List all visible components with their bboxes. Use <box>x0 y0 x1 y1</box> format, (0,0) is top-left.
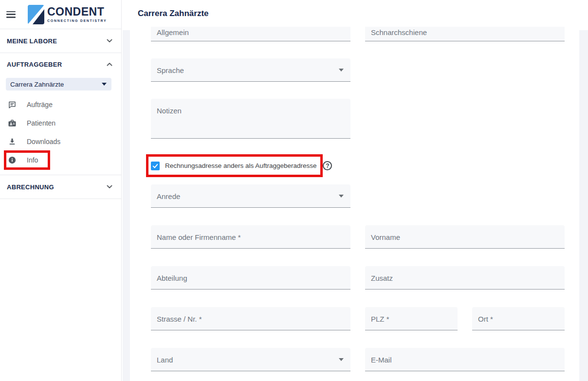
field-label: Name oder Firmenname * <box>157 234 241 241</box>
sidebar-item-patienten[interactable]: Patienten <box>0 114 121 132</box>
sidebar-item-info[interactable]: Info <box>0 151 121 169</box>
sidebar-scrollbar-track[interactable] <box>123 30 130 381</box>
sidebar-item-label: Patienten <box>27 119 55 127</box>
section-label: MEINE LABORE <box>7 37 57 45</box>
condent-logo-wordmark: CONDENT CONNECTING DENTISTRY <box>47 6 107 22</box>
hamburger-menu-icon[interactable] <box>6 11 16 18</box>
vorname-field[interactable]: Vorname <box>365 225 565 249</box>
anrede-select[interactable]: Anrede <box>151 184 350 208</box>
caret-down-icon <box>339 195 344 198</box>
field-label: Sprache <box>157 67 184 74</box>
field-label: Land <box>157 356 173 363</box>
strasse-field[interactable]: Strasse / Nr. * <box>151 307 350 330</box>
checkmark-icon <box>152 163 159 169</box>
caret-down-icon <box>102 83 107 86</box>
field-label: Zusatz <box>371 274 393 282</box>
sidebar-section-meine-labore[interactable]: MEINE LABORE <box>0 29 121 53</box>
help-icon[interactable]: ? <box>323 161 332 170</box>
field-label: Abteilung <box>157 274 187 282</box>
caret-down-icon <box>339 69 344 72</box>
field-label: Anrede <box>157 193 180 200</box>
field-label: Strasse / Nr. * <box>157 315 202 323</box>
sidebar-section-auftraggeber[interactable]: AUFTRAGGEBER <box>0 53 121 75</box>
sidebar-item-auftraege[interactable]: Aufträge <box>0 95 121 114</box>
sidebar-item-downloads[interactable]: Downloads <box>0 132 121 151</box>
section-label: AUFTRAGGEBER <box>7 61 62 68</box>
abteilung-field[interactable]: Abteilung <box>151 266 350 290</box>
land-select[interactable]: Land <box>151 348 350 371</box>
allgemein-field[interactable]: Allgemein <box>151 27 350 41</box>
info-icon <box>8 156 17 164</box>
field-label: Ort * <box>478 315 493 323</box>
sidebar-logo-row: CONDENT CONNECTING DENTISTRY <box>0 0 121 29</box>
schnarchschiene-field[interactable]: Schnarchschiene <box>365 27 565 41</box>
chevron-down-icon <box>107 39 112 43</box>
download-icon <box>8 137 17 146</box>
sidebar: CONDENT CONNECTING DENTISTRY MEINE LABOR… <box>0 0 122 381</box>
sidebar-item-label: Downloads <box>27 138 60 145</box>
zusatz-field[interactable]: Zusatz <box>365 266 565 290</box>
condent-logo-icon <box>28 5 44 24</box>
chevron-down-icon <box>107 185 112 189</box>
field-label: PLZ * <box>371 315 389 323</box>
patients-icon <box>8 119 17 127</box>
field-label: Schnarchschiene <box>371 29 427 36</box>
plz-field[interactable]: PLZ * <box>365 307 458 330</box>
sidebar-item-label: Aufträge <box>27 101 53 109</box>
billing-address-checkbox-row: Rechnungsadresse anders als Auftraggeber… <box>151 161 332 170</box>
name-field[interactable]: Name oder Firmenname * <box>151 225 350 249</box>
page-header: Carrera Zahnärzte <box>122 0 588 27</box>
field-label: Vorname <box>371 234 400 241</box>
brand-tagline: CONNECTING DENTISTRY <box>47 19 107 22</box>
sidebar-section-abrechnung[interactable]: ABRECHNUNG <box>0 175 121 199</box>
sprache-select[interactable]: Sprache <box>151 58 350 82</box>
orders-icon <box>8 100 17 109</box>
billing-address-checkbox[interactable] <box>151 162 160 170</box>
brand-name: CONDENT <box>47 6 107 18</box>
field-label: Allgemein <box>157 29 189 36</box>
field-label: Notizen <box>157 107 182 114</box>
content-scrollbar-track[interactable] <box>579 30 588 381</box>
sidebar-item-label: Info <box>27 156 38 164</box>
caret-down-icon <box>339 358 344 361</box>
ort-field[interactable]: Ort * <box>472 307 565 330</box>
client-select[interactable]: Carrera Zahnärzte <box>6 78 111 91</box>
page-title: Carrera Zahnärzte <box>138 9 209 18</box>
field-label: E-Mail <box>371 356 392 363</box>
billing-address-checkbox-label: Rechnungsadresse anders als Auftraggeber… <box>165 162 316 169</box>
section-label: ABRECHNUNG <box>7 183 54 191</box>
email-field[interactable]: E-Mail <box>365 348 565 371</box>
client-select-value: Carrera Zahnärzte <box>10 81 64 88</box>
notizen-textarea[interactable]: Notizen <box>151 99 350 139</box>
app-window: CONDENT CONNECTING DENTISTRY MEINE LABOR… <box>0 0 588 381</box>
chevron-up-icon <box>107 62 112 66</box>
